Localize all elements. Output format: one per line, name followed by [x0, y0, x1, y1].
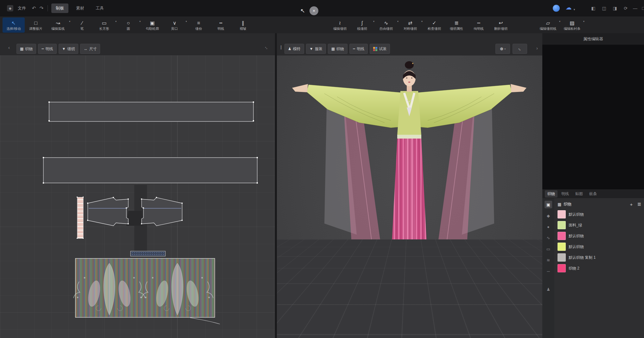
tool-pen[interactable]: ∕笔 [71, 17, 93, 33]
category-topstitch-icon[interactable]: ◆ [545, 212, 552, 219]
pattern-waist-tab[interactable] [131, 251, 165, 256]
filter-3d-fabric[interactable]: ▦织物 [328, 44, 348, 54]
tool-topstitch[interactable]: ┅明线 [210, 17, 232, 33]
filter-2d-fabric[interactable]: ▦织物 [16, 44, 36, 54]
filter-3d-garment[interactable]: ▼服装 [306, 44, 326, 54]
fullscreen-button[interactable]: ↔ [513, 44, 527, 54]
fabric-item-5[interactable]: 默认织物 复制 1 [558, 253, 643, 262]
tool-rectangle[interactable]: ▭长方形 [93, 17, 117, 33]
category-fabric-icon[interactable]: ▣ [545, 201, 552, 208]
filter-3d-avatar[interactable]: ♟模特 [284, 44, 304, 54]
tab-topstitch[interactable]: 明线 [559, 190, 571, 198]
tool-notch[interactable]: ∨剪口 [163, 17, 188, 33]
pattern-waistband-top[interactable] [48, 101, 254, 121]
category-tape-icon[interactable]: ≋ [545, 256, 552, 264]
tool-fold-sewing[interactable]: ↩翻折缝纫 [490, 17, 512, 33]
tool-edge-topstitch[interactable]: ┉缉明线 [468, 17, 490, 33]
avatar-3d-figure[interactable] [277, 55, 542, 338]
tool-seam-allowance[interactable]: ≡缝份 [188, 17, 210, 33]
tool-check-sewing[interactable]: ✓检查缝纫 [423, 17, 445, 33]
layout-split-icon[interactable]: ◫ [600, 4, 608, 12]
pattern-bodice-right[interactable] [141, 197, 183, 226]
sewing-properties-icon: ≣ [454, 20, 458, 26]
category-print-icon[interactable]: ∿ [545, 234, 552, 242]
tool-segment-sewing[interactable]: ∫线缝纫 [351, 17, 375, 33]
file-menu[interactable]: 文件 [16, 5, 28, 12]
tool-edit-fusible-tape[interactable]: ▨编辑粘衬条 [561, 17, 585, 33]
pattern-collar-band[interactable] [77, 197, 84, 239]
tool-adjust-pattern[interactable]: □调整板片 [25, 17, 47, 33]
panel-handle-icon[interactable]: ❙ [279, 45, 283, 49]
edit-sewing-icon: ≀ [339, 20, 341, 26]
fabric-item-4[interactable]: 默认织物 [558, 242, 643, 251]
expand-2d-icon[interactable]: ↔ [263, 44, 271, 51]
viewport-3d-canvas[interactable] [277, 55, 542, 338]
tab-print[interactable]: 贴图 [573, 190, 585, 198]
fabric-filter-icon: ▦ [20, 47, 23, 51]
tab-pattern-making[interactable]: 制板 [51, 3, 68, 13]
category-trim-icon[interactable]: ▭ [545, 245, 552, 253]
pleat-icon: ∥ [242, 20, 244, 26]
user-avatar[interactable] [553, 5, 560, 12]
stop-simulation-button[interactable]: × [309, 6, 318, 15]
filter-2d-topstitch[interactable]: ┅明线 [38, 44, 56, 54]
render-settings-button[interactable]: ☸▾ [495, 44, 510, 54]
filter-2d-dimensions[interactable]: ↔尺寸 [80, 44, 100, 54]
right-panel: 属性编辑器 织物 明线 贴图 嵌条 ▣ ◆ ● ∿ ▭ ≋ ─ ♟ ▦ 织物 +… [542, 33, 644, 338]
cloud-caret-icon[interactable]: ▾ [571, 6, 578, 13]
fabric-item-3[interactable]: 默认织物 [558, 231, 643, 241]
tool-edit-curve[interactable]: ↝编辑弧线 [47, 17, 71, 33]
category-button-icon[interactable]: ● [545, 223, 552, 231]
maximize-button[interactable]: □ [640, 4, 644, 12]
layout-right-icon[interactable]: ◨ [611, 4, 619, 12]
category-avatar-icon[interactable]: ♟ [545, 285, 552, 293]
fabric-list-header: ▦ 织物 + ≣ [558, 200, 642, 208]
pattern-skirt-yoke[interactable] [43, 157, 258, 184]
tab-material[interactable]: 素材 [72, 3, 89, 13]
toolgroup-pattern: ↖选择/移动 □调整板片 ↝编辑弧线 ∕笔 ▭长方形 ○圆 ▣勾勒轮廓 ∨剪口 … [3, 17, 254, 33]
tool-sewing-properties[interactable]: ≣缝纫属性 [445, 17, 468, 33]
tool-edit-sewing[interactable]: ≀编辑缝纫 [329, 17, 351, 33]
fullscreen-icon: ↔ [517, 46, 523, 52]
avatar-floor-shadow [373, 282, 446, 290]
redo-icon[interactable]: ↷ [38, 4, 45, 12]
tool-symmetric-sewing[interactable]: ⇄对称缝纫 [399, 17, 423, 33]
minimize-button[interactable]: — [631, 4, 639, 12]
tool-free-sewing[interactable]: ∿自由缝纫 [375, 17, 399, 33]
fabric-item-6[interactable]: 织物 2 [558, 263, 643, 273]
fabric-menu-button[interactable]: ≣ [636, 201, 642, 207]
filter-3d-fitting[interactable]: 试装 [370, 44, 390, 54]
pattern-bodice-left[interactable] [87, 197, 129, 226]
fabric-list-icon: ▦ [558, 202, 561, 207]
sync-icon[interactable]: ⟳ [622, 4, 629, 12]
seam-allowance-icon: ≡ [197, 20, 200, 26]
tab-tools[interactable]: 工具 [91, 3, 108, 13]
object-browser: ▣ ◆ ● ∿ ▭ ≋ ─ ♟ ▦ 织物 + ≣ 默认织物 面料_绿 [542, 198, 644, 338]
tab-piping[interactable]: 嵌条 [587, 190, 599, 198]
check-sewing-icon: ✓ [432, 20, 436, 26]
filter-2d-sewing[interactable]: ▼缝纫 [59, 44, 79, 54]
tool-pleat[interactable]: ∥褶皱 [232, 17, 254, 33]
tool-circle[interactable]: ○圆 [117, 17, 141, 33]
collapse-2d-icon[interactable]: ‹ [8, 45, 10, 50]
category-misc-icon[interactable]: ─ [545, 267, 552, 275]
tool-select-move[interactable]: ↖选择/移动 [3, 17, 25, 33]
app-logo-icon: ◆ [7, 5, 13, 11]
fabric-item-1[interactable]: 默认织物 [558, 210, 643, 219]
collapse-3d-icon[interactable]: › [536, 45, 538, 51]
tool-edit-sewing-thread[interactable]: ▱编辑缝纫线 [537, 17, 561, 33]
edge-topstitch-icon: ┉ [477, 20, 480, 26]
undo-icon[interactable]: ↶ [30, 4, 37, 12]
pattern-2d-canvas[interactable] [0, 55, 275, 338]
settings-gear-icon: ☸ [500, 47, 504, 51]
main-toolbar: ↖选择/移动 □调整板片 ↝编辑弧线 ∕笔 ▭长方形 ○圆 ▣勾勒轮廓 ∨剪口 … [0, 16, 644, 34]
add-fabric-button[interactable]: + [628, 202, 634, 207]
tool-trace-outline[interactable]: ▣勾勒轮廓 [141, 17, 163, 33]
tab-fabric[interactable]: 织物 [545, 190, 558, 198]
fabric-item-2[interactable]: 面料_绿 [558, 220, 643, 230]
layout-left-icon[interactable]: ◧ [590, 4, 597, 12]
filter-3d-topstitch[interactable]: ┅明线 [349, 44, 368, 54]
pattern-pleated-skirt-panel[interactable] [73, 258, 220, 324]
simulation-cursor-icon[interactable]: ↖ [300, 7, 305, 14]
hairpin [412, 63, 413, 64]
